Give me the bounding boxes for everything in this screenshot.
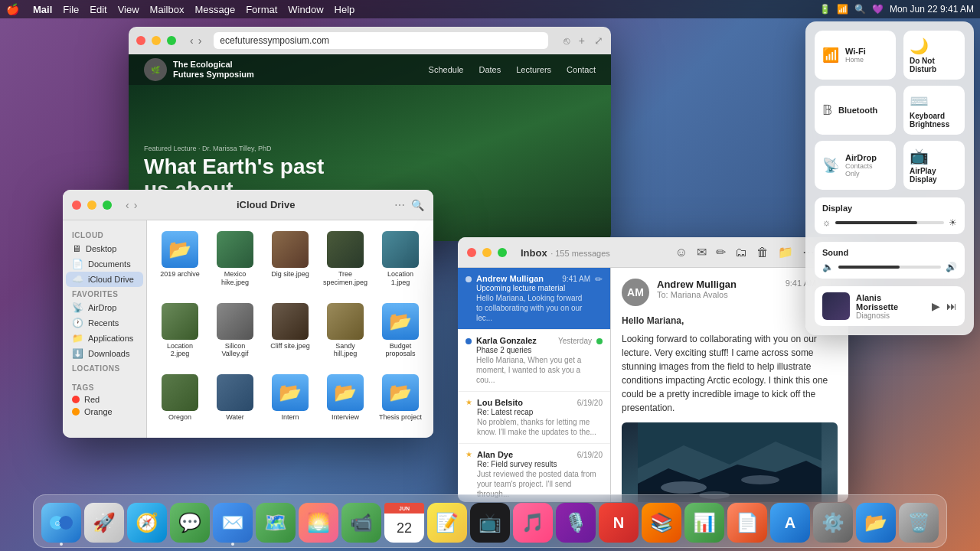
dock-pages[interactable]: 📄 [727,503,767,543]
menu-help[interactable]: Help [335,4,355,15]
sidebar-item-recents[interactable]: 🕐 Recents [63,315,146,331]
sidebar-item-applications[interactable]: 📁 Applications [63,331,146,346]
close-button[interactable] [136,36,145,45]
battery-icon[interactable]: 🔋 [819,4,831,15]
file-item-silicon-valley[interactable]: Silicon Valley.gif [210,300,260,367]
sidebar-item-icloud[interactable]: ☁️ iCloud Drive [66,272,143,287]
wifi-icon[interactable]: 📶 [837,4,848,15]
file-item-2019-archive[interactable]: 📂 2019 archive [155,228,205,295]
dock-sysprefs[interactable]: ⚙️ [813,503,853,543]
mail-minimize-button[interactable] [482,248,492,257]
compose-icon[interactable]: ✉ [697,245,707,259]
minimize-button[interactable] [152,36,161,45]
mail-item-0[interactable]: Andrew Mulligan 9:41 AM Upcoming lecture… [458,268,610,330]
tag-orange[interactable]: Orange [63,406,146,418]
view-options-icon[interactable]: ⋯ [394,199,405,211]
file-item-location2[interactable]: Location 2.jpeg [155,300,205,367]
dock-maps[interactable]: 🗺️ [256,503,296,543]
archive-icon[interactable]: 🗂 [735,246,747,259]
tag-red[interactable]: Red [63,393,146,406]
menu-view[interactable]: View [118,4,139,15]
finder-minimize-button[interactable] [87,201,96,210]
dock-photos[interactable]: 🌅 [299,503,338,543]
fast-forward-button[interactable]: ⏭ [946,300,957,312]
file-item-tree-specimen[interactable]: Tree specimen.jpeg [320,228,371,295]
sidebar-item-airdrop[interactable]: 📡 AirDrop [63,300,146,315]
apple-menu[interactable]: 🍎 [6,3,19,15]
new-tab-icon[interactable]: + [579,34,585,47]
share-icon[interactable]: ⎋ [564,34,570,47]
dock-messages[interactable]: 💬 [170,503,210,543]
back-icon[interactable]: ‹ [190,34,194,47]
nav-dates[interactable]: Dates [479,65,501,74]
mail-item-2[interactable]: ★ Lou Belsito 6/19/20 Re: Latest recap N… [458,392,610,444]
sound-slider[interactable] [838,266,941,269]
file-item-cliff-site[interactable]: Cliff site.jpeg [265,300,315,367]
finder-maximize-button[interactable] [103,201,112,210]
mail-item-3[interactable]: ★ Alan Dye 6/19/20 Re: Field survey resu… [458,444,610,502]
dock-safari[interactable]: 🧭 [127,503,167,543]
nav-lecturers[interactable]: Lecturers [516,65,551,74]
airdrop-button[interactable]: 📡 AirDrop Contacts Only [815,141,896,190]
dock-files[interactable]: 📂 [856,503,896,543]
menu-file[interactable]: File [63,4,79,15]
app-menu-mail[interactable]: Mail [33,4,52,15]
dock-numbers[interactable]: 📊 [684,503,724,543]
dock-books[interactable]: 📚 [642,503,681,543]
sidebar-item-documents[interactable]: 📄 Documents [63,256,146,272]
wifi-button[interactable]: 📶 Wi-Fi Home [815,31,896,80]
bluetooth-button[interactable]: 𝔹 Bluetooth [815,86,896,135]
file-item-mexico-hike[interactable]: Mexico hike.jpeg [210,228,260,295]
do-not-disturb-button[interactable]: 🌙 Do Not Disturb [903,31,965,80]
mail-item-1[interactable]: Karla Gonzalez Yesterday Phase 2 queries… [458,330,610,392]
finder-forward-icon[interactable]: › [134,199,138,211]
finder-close-button[interactable] [72,201,81,210]
mail-close-button[interactable] [467,248,476,257]
file-item-thesis-project[interactable]: 📂 Thesis project [375,371,426,430]
dock-calendar[interactable]: JUN 22 [384,503,424,543]
emoji-icon[interactable]: ☺ [675,246,688,259]
reply-icon[interactable]: ✏ [716,245,726,259]
play-button[interactable]: ▶ [932,300,940,312]
dock-music[interactable]: 🎵 [513,503,553,543]
keyboard-brightness-button[interactable]: ⌨️ Keyboard Brightness [903,86,965,135]
file-item-oregon[interactable]: Oregon [155,371,205,430]
url-bar[interactable]: ecefuturessymposium.com [214,32,547,49]
file-item-dig-site[interactable]: Dig site.jpeg [265,228,315,295]
dock-podcasts[interactable]: 🎙️ [556,503,596,543]
file-item-water[interactable]: Water [210,371,260,430]
dock-appletv[interactable]: 📺 [470,503,510,543]
dock-launchpad[interactable]: 🚀 [84,503,124,543]
file-item-sandy-hill[interactable]: Sandy hill.jpeg [320,300,371,367]
dock-trash[interactable]: 🗑️ [899,503,939,543]
file-item-budget-proposals[interactable]: 📂 Budget proposals [375,300,426,367]
menu-mailbox[interactable]: Mailbox [150,4,185,15]
menu-message[interactable]: Message [194,4,235,15]
forward-icon[interactable]: › [198,34,202,47]
sidebar-item-downloads[interactable]: ⬇️ Downloads [63,346,146,361]
siri-icon[interactable]: 💜 [872,4,884,15]
sidebar-item-desktop[interactable]: 🖥 Desktop [63,241,146,256]
nav-schedule[interactable]: Schedule [429,65,464,74]
trash-mail-icon[interactable]: 🗑 [756,246,769,259]
dock-finder[interactable]: ☺ [41,503,81,543]
dock-mail[interactable]: ✉️ [213,503,253,543]
menu-edit[interactable]: Edit [90,4,106,15]
fullscreen-icon[interactable]: ⤢ [594,34,603,47]
nav-contact[interactable]: Contact [567,65,596,74]
mail-maximize-button[interactable] [498,248,507,257]
dock-news[interactable]: N [599,503,639,543]
file-item-intern[interactable]: 📂 Intern [265,371,315,430]
menu-window[interactable]: Window [288,4,323,15]
dock-appstore[interactable]: A [770,503,810,543]
dock-facetime[interactable]: 📹 [341,503,381,543]
folder-mail-icon[interactable]: 📁 [778,245,793,259]
airplay-display-button[interactable]: 📺 AirPlay Display [903,141,965,190]
dock-stickies[interactable]: 📝 [427,503,467,543]
file-item-location1[interactable]: Location 1.jpeg [375,228,426,295]
display-slider[interactable] [835,221,944,224]
finder-search-icon[interactable]: 🔍 [411,199,424,211]
finder-back-icon[interactable]: ‹ [126,199,129,211]
search-icon[interactable]: 🔍 [854,4,866,15]
file-item-interview[interactable]: 📂 Interview [320,371,371,430]
